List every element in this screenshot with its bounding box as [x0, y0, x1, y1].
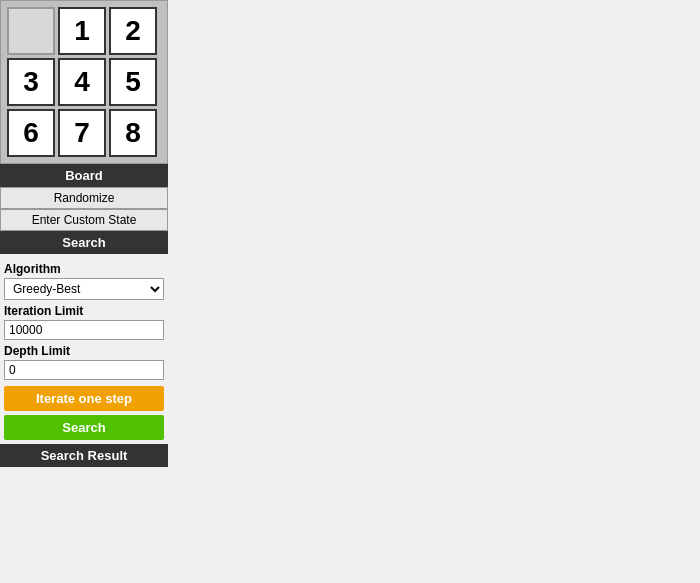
- board-cell-8: 8: [109, 109, 157, 157]
- search-section-header: Search: [0, 231, 168, 254]
- board-cell-2: 2: [109, 7, 157, 55]
- board-cell-3: 3: [7, 58, 55, 106]
- randomize-button[interactable]: Randomize: [0, 187, 168, 209]
- board-grid: 1 2 3 4 5 6 7 8: [7, 7, 161, 157]
- search-result-section-header: Search Result: [0, 444, 168, 467]
- iterate-one-step-button[interactable]: Iterate one step: [4, 386, 164, 411]
- iteration-limit-input[interactable]: [4, 320, 164, 340]
- algorithm-select[interactable]: Greedy-Best A* BFS DFS Dijkstra: [4, 278, 164, 300]
- iteration-limit-label: Iteration Limit: [4, 304, 164, 318]
- board-section-header: Board: [0, 164, 168, 187]
- board-cell-5: 5: [109, 58, 157, 106]
- board-cell-4: 4: [58, 58, 106, 106]
- app-container: 1 2 3 4 5 6 7 8 Board Randomize Enter Cu…: [0, 0, 168, 475]
- board-cell-1: 1: [58, 7, 106, 55]
- board-cell-6: 6: [7, 109, 55, 157]
- board-cell-0: [7, 7, 55, 55]
- depth-limit-label: Depth Limit: [4, 344, 164, 358]
- result-panel: [0, 467, 168, 475]
- enter-custom-state-button[interactable]: Enter Custom State: [0, 209, 168, 231]
- board-cell-7: 7: [58, 109, 106, 157]
- board-container: 1 2 3 4 5 6 7 8: [0, 0, 168, 164]
- search-button[interactable]: Search: [4, 415, 164, 440]
- search-panel: Algorithm Greedy-Best A* BFS DFS Dijkstr…: [0, 254, 168, 444]
- algorithm-label: Algorithm: [4, 262, 164, 276]
- depth-limit-input[interactable]: [4, 360, 164, 380]
